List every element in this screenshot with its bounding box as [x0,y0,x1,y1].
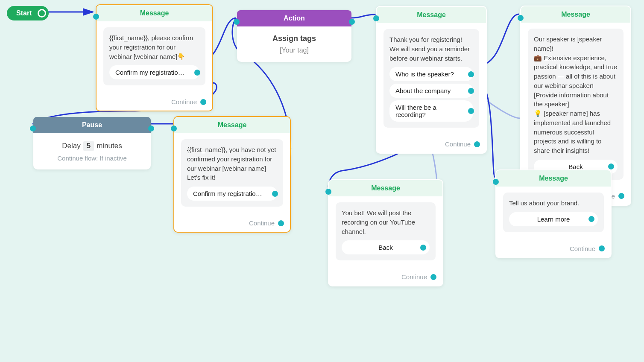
start-node[interactable]: Start [7,6,49,20]
button-output-port[interactable] [468,71,474,77]
input-port[interactable] [325,189,331,195]
flow-canvas[interactable]: Start Message {{first_name}}, please con… [0,0,644,362]
button-output-port[interactable] [588,216,594,222]
button-output-port[interactable] [420,245,426,251]
message-bubble: Our speaker is [speaker name]! 💼 Extensi… [528,29,624,180]
input-port[interactable] [493,179,499,185]
button-label: Will there be a recording? [395,104,467,118]
pause-delay-line: Delay 5 minutes [41,141,143,151]
input-port[interactable] [30,126,36,131]
message-bubble: {{first_name}}, you have not yet confirm… [181,139,283,207]
button-label: Who is the speaker? [395,70,454,78]
message-button[interactable]: Confirm my registration … [187,187,277,201]
message-text: Thank you for registering! We will send … [389,35,473,63]
message-text: You bet! We will post the recording on o… [342,208,430,236]
pause-condition: Continue flow: If inactive [41,155,143,162]
continue-label: Continue [249,219,275,227]
continue-label: Continue [171,98,197,105]
button-output-port[interactable] [468,88,474,94]
node-header: Message [496,170,611,187]
node-header: Action [237,10,351,26]
continue-row: Continue [329,270,442,286]
button-label: About the company [395,87,451,94]
continue-port[interactable] [278,220,284,226]
button-label: Confirm my registration … [115,69,188,76]
action-node-1[interactable]: Action Assign tags [Your tag] [237,10,351,62]
message-button-speaker[interactable]: Who is the speaker? [389,67,473,81]
continue-label: Continue [445,140,471,148]
message-text: Our speaker is [speaker name]! 💼 Extensi… [534,35,618,155]
button-output-port[interactable] [194,70,200,76]
message-button-recording[interactable]: Will there be a recording? [389,100,473,122]
button-label: Learn more [537,216,570,223]
node-header: Message [329,180,442,196]
start-label: Start [16,9,32,17]
node-header: Message [174,117,290,133]
message-button-company[interactable]: About the company [389,84,473,98]
input-port[interactable] [373,15,379,21]
message-text: {{first_name}}, you have not yet confirm… [187,145,277,182]
message-bubble: {{first_name}}, please confirm your regi… [103,27,205,85]
message-button-learn-more[interactable]: Learn more [509,212,598,226]
message-bubble: You bet! We will post the recording on o… [336,202,436,260]
node-header: Message [377,7,486,23]
continue-port[interactable] [599,245,605,251]
button-label: Back [378,244,392,251]
input-port[interactable] [234,19,240,25]
message-text: {{first_name}}, please confirm your regi… [109,33,199,61]
message-node-1[interactable]: Message {{first_name}}, please confirm y… [96,4,213,111]
message-text: Tell us about your brand. [509,199,598,208]
button-output-port[interactable] [272,191,278,197]
output-port[interactable] [349,19,355,25]
delay-label: Delay [62,142,80,150]
continue-port[interactable] [474,141,480,147]
continue-row: Continue [97,95,212,111]
continue-row: Continue [174,216,290,232]
message-node-6[interactable]: Message Tell us about your brand. Learn … [495,169,612,258]
message-bubble: Thank you for registering! We will send … [383,29,479,128]
action-tag: [Your tag] [245,47,344,54]
input-port[interactable] [93,14,99,20]
continue-row: Continue [377,137,486,153]
message-node-2[interactable]: Message {{first_name}}, you have not yet… [173,116,291,233]
input-port[interactable] [171,126,177,131]
message-bubble: Tell us about your brand. Learn more [503,193,604,232]
node-header: Message [521,6,630,23]
message-button[interactable]: Confirm my registration … [109,65,199,79]
continue-row: Continue [496,242,611,257]
continue-label: Continue [570,245,595,252]
input-port[interactable] [518,15,524,21]
node-header: Pause [33,117,151,133]
message-node-5[interactable]: Message You bet! We will post the record… [328,179,443,286]
button-output-port[interactable] [468,108,474,114]
message-node-3[interactable]: Message Thank you for registering! We wi… [376,6,487,154]
message-button-back[interactable]: Back [342,240,430,254]
start-output-port[interactable] [38,9,46,18]
pause-node-1[interactable]: Pause Delay 5 minutes Continue flow: If … [33,117,151,169]
output-port[interactable] [148,126,154,131]
continue-port[interactable] [430,274,436,280]
continue-label: Continue [401,273,427,280]
delay-value: 5 [83,141,94,151]
button-output-port[interactable] [608,163,614,169]
action-title: Assign tags [245,34,344,43]
button-label: Confirm my registration … [193,190,266,197]
continue-port[interactable] [618,193,624,199]
node-header: Message [97,5,212,21]
delay-unit: minutes [97,142,122,150]
continue-port[interactable] [200,99,206,105]
